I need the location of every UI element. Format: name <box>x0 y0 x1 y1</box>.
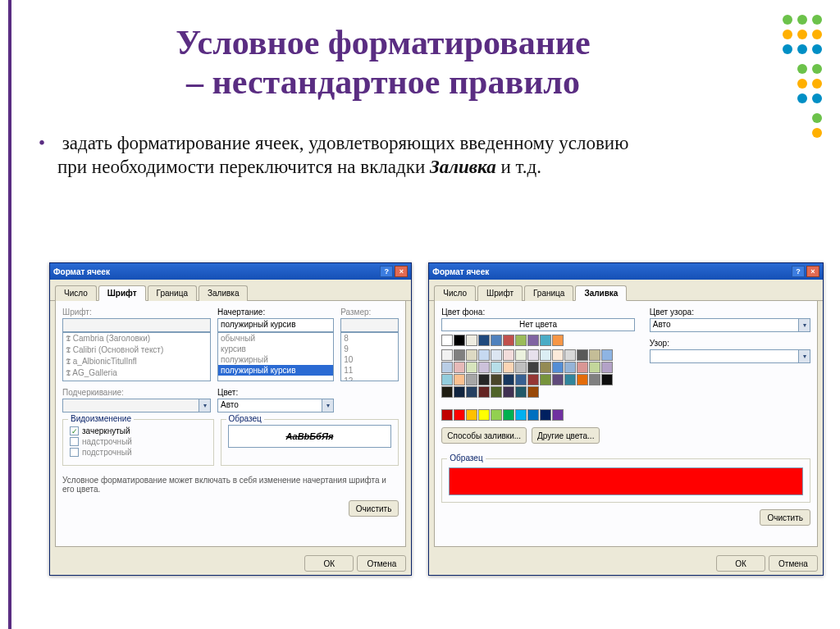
color-combo[interactable]: Авто▾ <box>217 399 334 412</box>
color-swatch[interactable] <box>454 349 465 361</box>
color-swatch[interactable] <box>441 374 453 385</box>
color-swatch[interactable] <box>478 335 490 346</box>
color-swatch[interactable] <box>552 409 564 421</box>
color-swatch[interactable] <box>503 409 514 421</box>
color-swatch[interactable] <box>564 349 576 361</box>
color-swatch[interactable] <box>454 335 465 346</box>
color-swatch[interactable] <box>515 335 527 346</box>
color-swatch[interactable] <box>454 362 465 373</box>
color-swatch[interactable] <box>478 409 490 421</box>
color-swatch[interactable] <box>454 409 465 421</box>
font-list-item[interactable]: 𝕿 Calibri (Основной текст) <box>63 344 210 356</box>
color-swatch[interactable] <box>515 349 527 361</box>
color-swatch[interactable] <box>515 409 527 421</box>
color-swatch[interactable] <box>552 374 564 385</box>
help-icon[interactable]: ? <box>792 266 805 277</box>
color-swatch[interactable] <box>466 374 477 385</box>
font-listbox[interactable]: 𝕿 Cambria (Заголовки)𝕿 Calibri (Основной… <box>62 332 211 381</box>
color-swatch[interactable] <box>515 386 527 398</box>
size-list-item[interactable]: 10 <box>341 354 398 365</box>
color-swatch[interactable] <box>454 386 465 398</box>
color-swatch[interactable] <box>503 386 514 398</box>
color-swatch[interactable] <box>491 386 502 398</box>
size-listbox[interactable]: 8910111214 <box>340 332 399 381</box>
color-swatch[interactable] <box>601 374 613 385</box>
color-swatch[interactable] <box>466 409 477 421</box>
style-list-item[interactable]: курсив <box>218 344 333 354</box>
color-swatch[interactable] <box>503 349 514 361</box>
color-swatch[interactable] <box>552 335 564 346</box>
tab-number[interactable]: Число <box>55 285 97 301</box>
color-swatch[interactable] <box>589 374 600 385</box>
pattern-color-combo[interactable]: Авто▾ <box>650 318 810 332</box>
cancel-button[interactable]: Отмена <box>769 555 818 572</box>
color-swatch[interactable] <box>466 362 477 373</box>
color-swatch[interactable] <box>441 349 453 361</box>
color-swatch[interactable] <box>552 349 564 361</box>
color-swatch[interactable] <box>564 374 576 385</box>
ok-button[interactable]: ОК <box>716 555 765 572</box>
cancel-button[interactable]: Отмена <box>357 555 406 572</box>
color-swatch[interactable] <box>503 335 514 346</box>
color-swatch[interactable] <box>589 349 600 361</box>
clear-button[interactable]: Очистить <box>760 509 810 526</box>
clear-button[interactable]: Очистить <box>349 500 399 517</box>
help-icon[interactable]: ? <box>380 266 393 277</box>
size-textbox[interactable] <box>340 318 399 332</box>
tab-fill[interactable]: Заливка <box>575 285 627 301</box>
size-list-item[interactable]: 12 <box>341 376 398 381</box>
no-fill-button[interactable]: Нет цвета <box>441 318 634 331</box>
size-list-item[interactable]: 11 <box>341 365 398 376</box>
color-swatch[interactable] <box>527 335 539 346</box>
tab-fill[interactable]: Заливка <box>199 285 249 301</box>
tab-number[interactable]: Число <box>434 285 476 301</box>
color-swatch[interactable] <box>503 362 514 373</box>
font-textbox[interactable] <box>62 318 211 332</box>
font-list-item[interactable]: 𝕿 Cambria (Заголовки) <box>63 333 210 344</box>
color-swatch[interactable] <box>454 374 465 385</box>
color-swatch[interactable] <box>441 362 453 373</box>
style-listbox[interactable]: обычныйкурсивполужирныйполужирный курсив <box>217 332 334 381</box>
close-icon[interactable]: × <box>395 266 408 277</box>
color-swatch[interactable] <box>491 335 502 346</box>
color-swatch[interactable] <box>540 362 551 373</box>
color-swatch[interactable] <box>478 374 490 385</box>
color-swatch[interactable] <box>478 386 490 398</box>
color-swatch[interactable] <box>441 386 453 398</box>
color-swatch[interactable] <box>503 374 514 385</box>
font-list-item[interactable]: 𝕿 AG_Galleria <box>63 367 210 379</box>
color-swatch[interactable] <box>540 335 551 346</box>
color-swatch[interactable] <box>441 335 453 346</box>
color-swatch[interactable] <box>478 362 490 373</box>
other-colors-button[interactable]: Другие цвета... <box>532 427 600 444</box>
underline-combo[interactable]: ▾ <box>62 399 211 412</box>
color-swatch[interactable] <box>478 349 490 361</box>
style-list-item[interactable]: полужирный <box>218 354 333 365</box>
color-swatch[interactable] <box>527 349 539 361</box>
color-swatch[interactable] <box>564 362 576 373</box>
color-swatch[interactable] <box>527 409 539 421</box>
color-swatch[interactable] <box>527 374 539 385</box>
ok-button[interactable]: ОК <box>304 555 354 572</box>
close-icon[interactable]: × <box>806 266 819 277</box>
pattern-combo[interactable]: ▾ <box>650 349 810 363</box>
color-swatch[interactable] <box>466 349 477 361</box>
color-swatch[interactable] <box>577 362 588 373</box>
color-swatch[interactable] <box>552 362 564 373</box>
color-swatch[interactable] <box>540 409 551 421</box>
tab-font[interactable]: Шрифт <box>477 285 523 301</box>
color-swatch[interactable] <box>601 349 613 361</box>
font-list-item[interactable]: 𝕿 AgGloria <box>63 379 210 381</box>
size-list-item[interactable]: 9 <box>341 344 398 354</box>
font-list-item[interactable]: 𝕿 a_AlbionicTitulInfl <box>63 356 210 367</box>
style-list-item[interactable]: полужирный курсив <box>218 365 333 376</box>
dialog-titlebar[interactable]: Формат ячеек ? × <box>50 263 411 280</box>
color-swatch[interactable] <box>515 362 527 373</box>
color-swatch[interactable] <box>589 362 600 373</box>
color-swatch[interactable] <box>540 374 551 385</box>
color-swatch[interactable] <box>491 409 502 421</box>
tab-font[interactable]: Шрифт <box>98 285 146 301</box>
color-swatch[interactable] <box>577 374 588 385</box>
size-list-item[interactable]: 8 <box>341 333 398 344</box>
color-swatch[interactable] <box>491 362 502 373</box>
